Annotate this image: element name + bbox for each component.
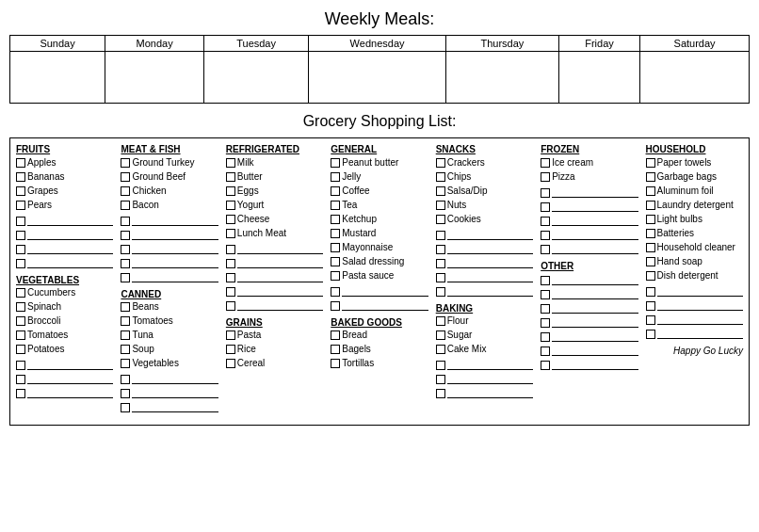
checkbox[interactable]	[121, 217, 130, 226]
checkbox[interactable]	[436, 215, 445, 224]
blank-field[interactable]	[132, 244, 218, 254]
blank-field[interactable]	[447, 258, 533, 268]
checkbox[interactable]	[541, 318, 550, 328]
checkbox[interactable]	[331, 257, 340, 266]
checkbox[interactable]	[646, 186, 655, 196]
checkbox[interactable]	[331, 345, 340, 354]
checkbox[interactable]	[16, 201, 25, 210]
checkbox[interactable]	[121, 316, 130, 326]
checkbox[interactable]	[226, 330, 235, 340]
blank-field[interactable]	[237, 244, 323, 254]
checkbox[interactable]	[121, 172, 130, 182]
checkbox[interactable]	[331, 215, 340, 224]
blank-field[interactable]	[27, 258, 113, 268]
blank-field[interactable]	[237, 258, 323, 268]
checkbox[interactable]	[226, 158, 235, 168]
checkbox[interactable]	[436, 201, 445, 210]
blank-field[interactable]	[552, 216, 638, 226]
checkbox[interactable]	[541, 202, 550, 212]
checkbox[interactable]	[331, 271, 340, 281]
checkbox[interactable]	[121, 345, 130, 354]
blank-field[interactable]	[342, 286, 428, 297]
checkbox[interactable]	[16, 158, 25, 168]
checkbox[interactable]	[226, 273, 235, 282]
checkbox[interactable]	[436, 375, 445, 384]
checkbox[interactable]	[16, 288, 25, 298]
blank-field[interactable]	[132, 216, 218, 226]
checkbox[interactable]	[226, 186, 235, 196]
blank-field[interactable]	[342, 300, 428, 311]
checkbox[interactable]	[541, 290, 550, 299]
blank-field[interactable]	[132, 374, 218, 384]
blank-field[interactable]	[132, 272, 218, 282]
checkbox[interactable]	[16, 259, 25, 268]
blank-field[interactable]	[447, 388, 533, 398]
checkbox[interactable]	[16, 330, 25, 340]
checkbox[interactable]	[226, 172, 235, 182]
checkbox[interactable]	[646, 215, 655, 224]
blank-field[interactable]	[552, 230, 638, 240]
blank-field[interactable]	[237, 300, 323, 311]
checkbox[interactable]	[436, 245, 445, 254]
checkbox[interactable]	[646, 257, 655, 266]
checkbox[interactable]	[331, 172, 340, 182]
checkbox[interactable]	[541, 158, 550, 168]
checkbox[interactable]	[541, 172, 550, 182]
checkbox[interactable]	[16, 316, 25, 326]
checkbox[interactable]	[436, 158, 445, 168]
checkbox[interactable]	[121, 389, 130, 398]
blank-field[interactable]	[552, 202, 638, 212]
checkbox[interactable]	[226, 229, 235, 238]
blank-field[interactable]	[132, 258, 218, 268]
checkbox[interactable]	[121, 302, 130, 312]
checkbox[interactable]	[436, 172, 445, 182]
checkbox[interactable]	[226, 359, 235, 368]
checkbox[interactable]	[541, 276, 550, 285]
checkbox[interactable]	[16, 389, 25, 398]
blank-field[interactable]	[447, 360, 533, 370]
blank-field[interactable]	[552, 303, 638, 314]
blank-field[interactable]	[447, 286, 533, 297]
checkbox[interactable]	[121, 330, 130, 340]
checkbox[interactable]	[331, 301, 340, 311]
checkbox[interactable]	[646, 271, 655, 281]
checkbox[interactable]	[646, 229, 655, 238]
blank-field[interactable]	[447, 230, 533, 240]
checkbox[interactable]	[646, 243, 655, 252]
checkbox[interactable]	[541, 188, 550, 198]
checkbox[interactable]	[121, 403, 130, 412]
checkbox[interactable]	[436, 287, 445, 297]
checkbox[interactable]	[226, 345, 235, 354]
checkbox[interactable]	[226, 287, 235, 297]
checkbox[interactable]	[436, 316, 445, 326]
checkbox[interactable]	[646, 315, 655, 325]
blank-field[interactable]	[27, 244, 113, 254]
blank-field[interactable]	[657, 329, 743, 339]
checkbox[interactable]	[646, 172, 655, 182]
checkbox[interactable]	[121, 375, 130, 384]
checkbox[interactable]	[541, 231, 550, 240]
checkbox[interactable]	[226, 215, 235, 224]
checkbox[interactable]	[541, 245, 550, 254]
checkbox[interactable]	[121, 201, 130, 210]
blank-field[interactable]	[27, 388, 113, 398]
checkbox[interactable]	[331, 330, 340, 340]
checkbox[interactable]	[646, 158, 655, 168]
checkbox[interactable]	[331, 287, 340, 297]
checkbox[interactable]	[541, 347, 550, 356]
blank-field[interactable]	[552, 244, 638, 254]
checkbox[interactable]	[226, 201, 235, 210]
checkbox[interactable]	[436, 330, 445, 340]
blank-field[interactable]	[552, 360, 638, 370]
checkbox[interactable]	[16, 375, 25, 384]
checkbox[interactable]	[121, 359, 130, 368]
checkbox[interactable]	[226, 301, 235, 311]
blank-field[interactable]	[27, 374, 113, 384]
checkbox[interactable]	[16, 172, 25, 182]
blank-field[interactable]	[657, 314, 743, 325]
checkbox[interactable]	[436, 361, 445, 370]
checkbox[interactable]	[646, 330, 655, 339]
checkbox[interactable]	[121, 186, 130, 196]
blank-field[interactable]	[27, 230, 113, 240]
checkbox[interactable]	[331, 158, 340, 168]
